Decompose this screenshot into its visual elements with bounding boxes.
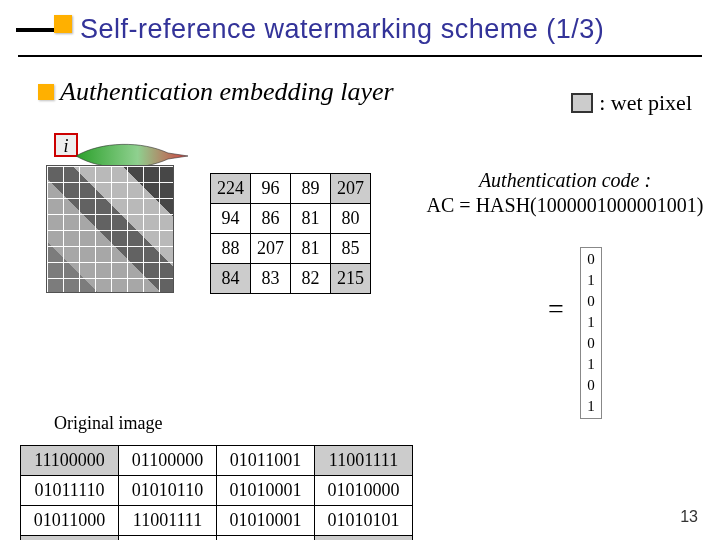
title-underline — [18, 55, 702, 57]
decimal-pixel-table: 224968920794868180882078185848382215 — [210, 173, 371, 294]
bin-cell: 01010100 — [21, 536, 119, 541]
auth-code-block: Authentication code : AC = HASH(10000010… — [420, 169, 710, 217]
bin-cell: 11010111 — [315, 536, 413, 541]
bin-cell: 01010001 — [217, 506, 315, 536]
dec-cell: 88 — [211, 234, 251, 264]
legend-swatch-icon — [571, 93, 593, 113]
dec-cell: 89 — [291, 174, 331, 204]
hash-bit: 1 — [583, 397, 599, 416]
auth-code-label: Authentication code : — [420, 169, 710, 192]
hash-output-column: 01010101 — [580, 247, 602, 419]
dec-cell: 81 — [291, 234, 331, 264]
block-grid-overlay — [47, 166, 173, 292]
dec-cell: 80 — [331, 204, 371, 234]
bin-cell: 11001111 — [119, 506, 217, 536]
title-bullet-icon — [54, 15, 72, 33]
dec-cell: 207 — [331, 174, 371, 204]
bin-cell: 11001111 — [315, 446, 413, 476]
hash-bit: 0 — [583, 250, 599, 269]
dec-cell: 96 — [251, 174, 291, 204]
title-bar: Self-reference watermarking scheme (1/3) — [0, 0, 720, 53]
dec-cell: 85 — [331, 234, 371, 264]
bin-cell: 01010001 — [217, 476, 315, 506]
bin-cell: 01100000 — [119, 446, 217, 476]
bullet-square-icon — [38, 84, 54, 100]
dec-cell: 224 — [211, 174, 251, 204]
page-number: 13 — [680, 508, 698, 526]
dec-cell: 207 — [251, 234, 291, 264]
bin-cell: 01010011 — [119, 536, 217, 541]
dec-cell: 86 — [251, 204, 291, 234]
dec-cell: 94 — [211, 204, 251, 234]
bin-cell: 01010110 — [119, 476, 217, 506]
dec-cell: 215 — [331, 264, 371, 294]
bin-cell: 11100000 — [21, 446, 119, 476]
bin-cell: 01010101 — [315, 506, 413, 536]
dec-cell: 84 — [211, 264, 251, 294]
dec-cell: 81 — [291, 204, 331, 234]
equals-sign: = — [548, 293, 564, 325]
original-image-label: Original image — [54, 413, 162, 434]
bin-cell: 01011000 — [21, 506, 119, 536]
bin-cell: 01011001 — [217, 446, 315, 476]
binary-pixel-table: 1110000001100000010110011100111101011110… — [20, 445, 413, 540]
dec-cell: 82 — [291, 264, 331, 294]
bin-cell: 01011110 — [21, 476, 119, 506]
dec-cell: 83 — [251, 264, 291, 294]
hash-bit: 1 — [583, 271, 599, 290]
bin-cell: 01010010 — [217, 536, 315, 541]
slide-title: Self-reference watermarking scheme (1/3) — [80, 14, 604, 45]
hash-bit: 1 — [583, 313, 599, 332]
legend: : wet pixel — [571, 90, 692, 116]
legend-label: : wet pixel — [599, 90, 692, 116]
hash-bit: 0 — [583, 292, 599, 311]
title-accent-line — [16, 28, 58, 32]
hash-bit: 0 — [583, 376, 599, 395]
original-image-thumb — [46, 165, 174, 293]
bin-cell: 01010000 — [315, 476, 413, 506]
hash-bit: 1 — [583, 355, 599, 374]
auth-code-formula: AC = HASH(1000001000001001) — [420, 194, 710, 217]
hash-bit: 0 — [583, 334, 599, 353]
section-label: Authentication embedding layer — [60, 77, 394, 107]
